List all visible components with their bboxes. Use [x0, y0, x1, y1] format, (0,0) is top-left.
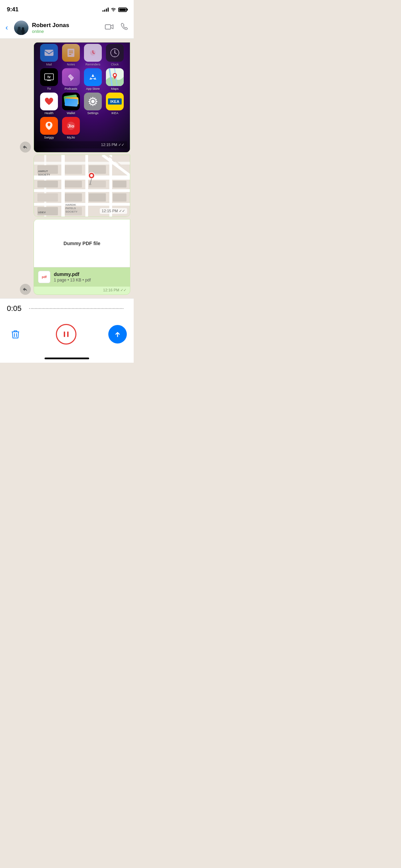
svg-rect-37: [34, 189, 130, 192]
pdf-file-info: pdf dummy.pdf 1 page • 13 KB • pdf: [34, 267, 130, 287]
svg-rect-70: [67, 331, 69, 337]
app-clock-label: Clock: [111, 63, 119, 66]
pdf-timestamp: 12:16 PM ✓✓: [34, 287, 130, 294]
status-bar: 9:41: [0, 0, 134, 17]
svg-point-25: [71, 77, 72, 78]
app-appstore: App Store: [83, 68, 102, 91]
delete-button[interactable]: [7, 326, 24, 343]
svg-text:Jio: Jio: [68, 123, 74, 129]
back-button[interactable]: ‹: [5, 22, 11, 34]
svg-rect-69: [64, 331, 65, 337]
chat-header: ‹ Robert Jonas online: [0, 17, 134, 39]
app-settings: Settings: [83, 93, 102, 115]
app-maps-label: Maps: [111, 87, 119, 91]
pdf-meta: 1 page • 13 KB • pdf: [54, 278, 126, 282]
svg-text:UDEV: UDEV: [38, 211, 46, 214]
svg-rect-42: [109, 155, 112, 217]
svg-point-66: [89, 184, 92, 185]
svg-text:HARDIK: HARDIK: [65, 203, 76, 206]
svg-rect-45: [65, 165, 82, 174]
pause-button[interactable]: [56, 324, 76, 345]
screenshot-bubble: Mail Notes Reminders: [34, 42, 130, 153]
app-maps: Maps: [105, 68, 124, 91]
app-wallet: Wallet: [61, 93, 81, 115]
app-podcasts: Podcasts: [61, 68, 81, 91]
app-myjio: Jio MyJio: [61, 117, 81, 139]
svg-rect-51: [37, 193, 58, 202]
iphone-screenshot: Mail Notes Reminders: [34, 43, 130, 152]
svg-rect-5: [105, 25, 111, 29]
header-actions: [105, 23, 128, 33]
status-icons: [102, 7, 127, 12]
app-ikea-label: IKEA: [111, 111, 119, 115]
avatar[interactable]: [14, 21, 28, 35]
contact-info: Robert Jonas online: [32, 22, 101, 34]
voice-time: 0:05: [7, 304, 26, 313]
app-ikea: IKEA IKEA: [105, 93, 124, 115]
svg-point-64: [90, 174, 93, 177]
svg-rect-41: [85, 155, 88, 217]
app-tv: tv TV: [39, 68, 59, 91]
voice-waveform: [29, 305, 123, 312]
svg-line-16: [115, 53, 117, 54]
map-timestamp: 12:15 PM ✓✓: [100, 208, 127, 214]
svg-text:SOCIETY: SOCIETY: [38, 173, 50, 176]
svg-text:IKEA: IKEA: [110, 99, 119, 104]
map-bubble[interactable]: AMRUT SOCIETY HARDIK PATELS SOCIETY UDEV: [34, 155, 130, 217]
svg-rect-38: [34, 203, 130, 206]
svg-rect-0: [14, 21, 28, 35]
app-health-label: Health: [45, 111, 53, 115]
wifi-icon: [111, 7, 116, 12]
svg-rect-47: [37, 181, 58, 188]
reply-button-screenshot[interactable]: [20, 142, 31, 153]
pdf-bubble[interactable]: Dummy PDF file pdf dummy.pdf 1 page • 13…: [34, 219, 130, 295]
svg-point-29: [114, 74, 116, 76]
app-tv-label: TV: [47, 87, 51, 91]
svg-text:PATELS: PATELS: [65, 207, 76, 210]
app-clock: 12369 Clock: [105, 44, 124, 66]
pdf-preview: Dummy PDF file: [34, 219, 130, 267]
send-button[interactable]: [108, 325, 127, 343]
voice-recording-bar: 0:05: [0, 298, 134, 318]
pdf-icon: pdf: [38, 271, 50, 283]
app-mail-label: Mail: [46, 63, 52, 66]
phone-call-icon[interactable]: [121, 23, 128, 33]
app-podcasts-label: Podcasts: [64, 87, 77, 91]
map-view: AMRUT SOCIETY HARDIK PATELS SOCIETY UDEV: [34, 155, 130, 217]
app-health: Health: [39, 93, 59, 115]
svg-rect-49: [89, 181, 106, 188]
reply-button-pdf[interactable]: [20, 284, 31, 295]
app-settings-label: Settings: [87, 111, 99, 115]
svg-text:12: 12: [114, 48, 116, 50]
app-reminders: Reminders: [83, 44, 102, 66]
battery-icon: [118, 8, 127, 12]
contact-status: online: [32, 29, 101, 34]
pdf-details: dummy.pdf 1 page • 13 KB • pdf: [54, 272, 126, 282]
svg-rect-54: [113, 193, 126, 202]
svg-point-2: [18, 27, 21, 29]
pdf-preview-text: Dummy PDF file: [63, 241, 100, 246]
svg-text:SOCIETY: SOCIETY: [65, 210, 78, 213]
app-swiggy-label: Swiggy: [44, 136, 54, 139]
app-swiggy: Swiggy: [39, 117, 59, 139]
screenshot-message: Mail Notes Reminders: [3, 42, 130, 153]
app-notes-label: Notes: [67, 63, 75, 66]
waveform-line: [29, 308, 123, 309]
screenshot-timestamp: 12:15 PM ✓✓: [37, 141, 127, 148]
svg-rect-40: [61, 155, 65, 217]
bottom-controls: [0, 318, 134, 355]
svg-rect-52: [65, 193, 82, 202]
pdf-message: Dummy PDF file pdf dummy.pdf 1 page • 13…: [3, 219, 130, 295]
app-reminders-label: Reminders: [85, 63, 100, 66]
app-mail: Mail: [39, 44, 59, 66]
svg-rect-48: [65, 181, 82, 188]
svg-rect-53: [89, 193, 106, 202]
pdf-filename: dummy.pdf: [54, 272, 126, 277]
home-indicator: [0, 355, 134, 363]
svg-text:AMRUT: AMRUT: [38, 170, 48, 173]
svg-text:9: 9: [110, 52, 111, 53]
chat-area: Mail Notes Reminders: [0, 39, 134, 295]
svg-point-30: [91, 100, 95, 103]
video-call-icon[interactable]: [105, 23, 114, 33]
app-appstore-label: App Store: [86, 87, 100, 91]
